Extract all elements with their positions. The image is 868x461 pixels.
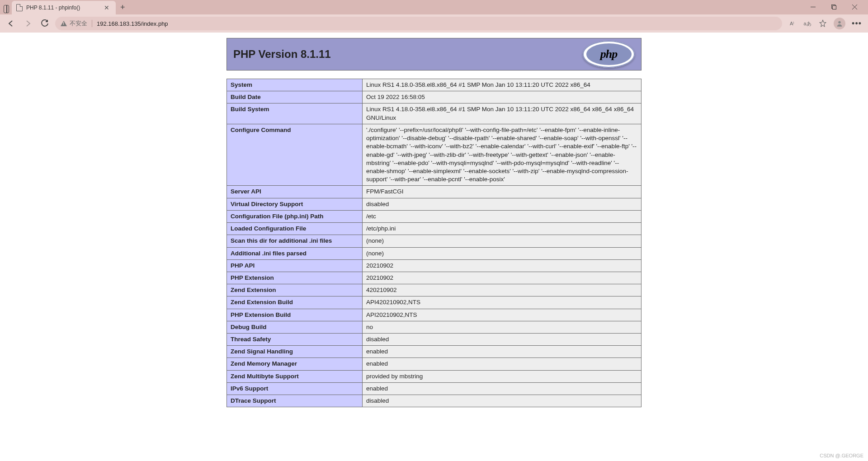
row-value: enabled xyxy=(363,346,642,358)
row-value: API20210902,NTS xyxy=(363,309,642,321)
table-row: PHP Extension BuildAPI20210902,NTS xyxy=(227,309,642,321)
table-row: Zend Memory Managerenabled xyxy=(227,358,642,370)
row-value: API420210902,NTS xyxy=(363,296,642,309)
row-key: Configure Command xyxy=(227,124,363,186)
table-row: Virtual Directory Supportdisabled xyxy=(227,198,642,210)
row-key: Zend Memory Manager xyxy=(227,358,363,370)
row-key: Zend Extension Build xyxy=(227,296,363,309)
row-key: Build System xyxy=(227,103,363,124)
maximize-button[interactable] xyxy=(824,0,844,14)
watermark: CSDN @.GEORGE xyxy=(820,453,863,458)
browser-tab[interactable]: PHP 8.1.11 - phpinfo() ✕ xyxy=(12,1,116,14)
table-row: Zend Extension BuildAPI420210902,NTS xyxy=(227,296,642,309)
row-key: DTrace Support xyxy=(227,395,363,407)
toolbar-right: A⁾ aあ ••• xyxy=(785,18,864,29)
tab-actions-icon[interactable] xyxy=(4,4,9,14)
browser-toolbar: 不安全 192.168.183.135/index.php A⁾ aあ ••• xyxy=(0,14,868,33)
row-key: Debug Build xyxy=(227,321,363,333)
php-logo: php xyxy=(583,41,635,68)
profile-avatar[interactable] xyxy=(834,18,845,29)
close-tab-button[interactable]: ✕ xyxy=(102,3,111,12)
row-value: no xyxy=(363,321,642,333)
insecure-label: 不安全 xyxy=(70,19,87,28)
new-tab-button[interactable]: + xyxy=(116,3,130,12)
row-value: Oct 19 2022 16:58:05 xyxy=(363,91,642,103)
php-logo-text: php xyxy=(586,43,632,65)
table-row: Build SystemLinux RS1 4.18.0-358.el8.x86… xyxy=(227,103,642,124)
table-row: Loaded Configuration File/etc/php.ini xyxy=(227,223,642,235)
row-key: Additional .ini files parsed xyxy=(227,247,363,259)
table-row: Additional .ini files parsed(none) xyxy=(227,247,642,259)
table-row: Build DateOct 19 2022 16:58:05 xyxy=(227,91,642,103)
more-menu-button[interactable]: ••• xyxy=(852,19,862,28)
row-key: PHP Extension xyxy=(227,272,363,284)
url-text: 192.168.183.135/index.php xyxy=(97,20,168,27)
row-value: disabled xyxy=(363,198,642,210)
row-key: PHP Extension Build xyxy=(227,309,363,321)
row-value: 420210902 xyxy=(363,284,642,296)
table-row: Thread Safetydisabled xyxy=(227,334,642,346)
row-value: Linux RS1 4.18.0-358.el8.x86_64 #1 SMP M… xyxy=(363,79,642,91)
row-key: IPv6 Support xyxy=(227,382,363,395)
phpinfo-table: SystemLinux RS1 4.18.0-358.el8.x86_64 #1… xyxy=(226,79,642,407)
row-value: 20210902 xyxy=(363,272,642,284)
row-value: Linux RS1 4.18.0-358.el8.x86_64 #1 SMP M… xyxy=(363,103,642,124)
svg-rect-2 xyxy=(832,5,836,9)
row-value: enabled xyxy=(363,382,642,395)
row-key: Loaded Configuration File xyxy=(227,223,363,235)
row-key: Server API xyxy=(227,186,363,198)
svg-point-6 xyxy=(838,21,840,24)
row-value: disabled xyxy=(363,395,642,407)
phpinfo-header: PHP Version 8.1.11 php xyxy=(226,38,642,71)
table-row: Configure Command'./configure' '--prefix… xyxy=(227,124,642,186)
row-key: Virtual Directory Support xyxy=(227,198,363,210)
row-value: FPM/FastCGI xyxy=(363,186,642,198)
translate-icon[interactable]: aあ xyxy=(803,19,812,28)
row-value: (none) xyxy=(363,247,642,259)
window-controls xyxy=(803,0,864,14)
table-row: PHP API20210902 xyxy=(227,259,642,272)
table-row: Zend Signal Handlingenabled xyxy=(227,346,642,358)
row-key: System xyxy=(227,79,363,91)
table-row: Scan this dir for additional .ini files(… xyxy=(227,235,642,247)
favorites-icon[interactable] xyxy=(818,19,827,28)
row-key: Thread Safety xyxy=(227,334,363,346)
tab-title: PHP 8.1.11 - phpinfo() xyxy=(26,5,99,11)
row-value: provided by mbstring xyxy=(363,370,642,382)
row-key: PHP API xyxy=(227,259,363,272)
row-value: disabled xyxy=(363,334,642,346)
minimize-button[interactable] xyxy=(803,0,823,14)
page-viewport[interactable]: PHP Version 8.1.11 php SystemLinux RS1 4… xyxy=(0,33,868,461)
phpinfo-container: PHP Version 8.1.11 php SystemLinux RS1 4… xyxy=(226,38,642,407)
row-key: Build Date xyxy=(227,91,363,103)
row-key: Scan this dir for additional .ini files xyxy=(227,235,363,247)
close-window-button[interactable] xyxy=(844,0,864,14)
row-value: /etc xyxy=(363,210,642,222)
row-key: Configuration File (php.ini) Path xyxy=(227,210,363,222)
row-key: Zend Extension xyxy=(227,284,363,296)
address-bar[interactable]: 不安全 192.168.183.135/index.php xyxy=(55,17,782,30)
table-row: Configuration File (php.ini) Path/etc xyxy=(227,210,642,222)
back-button[interactable] xyxy=(4,16,18,31)
warning-icon xyxy=(61,21,67,26)
table-row: IPv6 Supportenabled xyxy=(227,382,642,395)
forward-button[interactable] xyxy=(21,16,35,31)
row-key: Zend Multibyte Support xyxy=(227,370,363,382)
table-row: PHP Extension20210902 xyxy=(227,272,642,284)
table-row: SystemLinux RS1 4.18.0-358.el8.x86_64 #1… xyxy=(227,79,642,91)
refresh-button[interactable] xyxy=(38,16,52,31)
page-title: PHP Version 8.1.11 xyxy=(233,48,331,61)
read-aloud-icon[interactable]: A⁾ xyxy=(788,19,797,28)
table-row: Server APIFPM/FastCGI xyxy=(227,186,642,198)
row-value: 20210902 xyxy=(363,259,642,272)
separator xyxy=(92,20,92,27)
row-key: Zend Signal Handling xyxy=(227,346,363,358)
table-row: Zend Extension420210902 xyxy=(227,284,642,296)
tab-strip: PHP 8.1.11 - phpinfo() ✕ + xyxy=(0,0,868,14)
row-value: /etc/php.ini xyxy=(363,223,642,235)
row-value: './configure' '--prefix=/usr/local/php8'… xyxy=(363,124,642,186)
row-value: (none) xyxy=(363,235,642,247)
page-icon xyxy=(16,4,23,11)
row-value: enabled xyxy=(363,358,642,370)
security-indicator[interactable]: 不安全 xyxy=(61,19,87,28)
